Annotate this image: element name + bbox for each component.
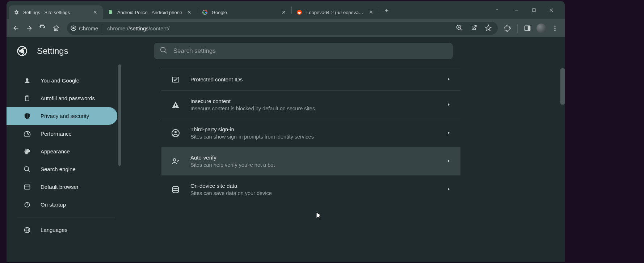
- tab-android-police[interactable]: Android Police - Android phone ✕: [103, 5, 197, 19]
- row-subtitle: Sites can help verify you're not a bot: [190, 162, 437, 168]
- globe-icon: [23, 226, 31, 234]
- svg-line-11: [460, 29, 462, 30]
- reddit-icon: [296, 9, 303, 16]
- svg-rect-7: [533, 9, 535, 12]
- page-scrollbar[interactable]: [560, 68, 565, 105]
- row-auto-verify[interactable]: Auto-verify Sites can help verify you're…: [161, 147, 460, 175]
- tab-google[interactable]: Google ✕: [197, 5, 291, 19]
- sidebar-item-search-engine[interactable]: Search engine: [7, 160, 117, 178]
- browser-icon: [23, 183, 31, 191]
- bookmark-icon[interactable]: [485, 24, 492, 33]
- site-chip[interactable]: Chrome: [69, 24, 102, 33]
- row-title: On-device site data: [190, 183, 437, 189]
- row-on-device-data[interactable]: On-device site data Sites can save data …: [161, 175, 460, 203]
- settings-sidebar: You and Google Autofill and passwords Pr…: [7, 64, 121, 262]
- chevron-right-icon: [447, 158, 451, 165]
- sidebar-separator: [17, 217, 115, 217]
- sidebar-item-label: Languages: [41, 227, 67, 233]
- svg-line-22: [164, 51, 167, 53]
- sidebar-item-appearance[interactable]: Appearance: [7, 143, 117, 160]
- address-bar[interactable]: Chrome chrome://settings/content/: [67, 22, 498, 35]
- sidebar-item-label: On startup: [41, 202, 66, 208]
- row-protected-content[interactable]: Protected content IDs: [161, 68, 460, 90]
- browser-window: Settings - Site settings ✕ Android Polic…: [7, 1, 565, 262]
- tab-settings[interactable]: Settings - Site settings ✕: [9, 5, 103, 19]
- sidebar-item-autofill[interactable]: Autofill and passwords: [7, 89, 117, 107]
- profile-button[interactable]: [535, 22, 547, 34]
- svg-point-16: [554, 26, 555, 27]
- svg-point-23: [26, 78, 29, 81]
- shield-icon: [23, 112, 31, 120]
- chevron-right-icon: [447, 102, 451, 108]
- close-icon[interactable]: ✕: [281, 9, 287, 16]
- row-third-party-signin[interactable]: Third-party sign-in Sites can show sign-…: [161, 119, 460, 147]
- extensions-button[interactable]: [501, 22, 514, 34]
- svg-point-3: [298, 12, 301, 14]
- toolbar-divider: [517, 24, 518, 33]
- warning-icon: [171, 100, 180, 110]
- row-title: Auto-verify: [190, 154, 437, 161]
- sidebar-item-languages[interactable]: Languages: [7, 221, 117, 239]
- tab-strip: Settings - Site settings ✕ Android Polic…: [7, 1, 565, 19]
- speed-icon: [23, 130, 31, 138]
- svg-point-21: [160, 47, 165, 52]
- svg-point-18: [554, 30, 555, 31]
- sidebar-item-privacy[interactable]: Privacy and security: [7, 107, 117, 125]
- chevron-right-icon: [447, 76, 451, 83]
- svg-point-9: [72, 27, 75, 29]
- sidebar-item-label: Performance: [41, 131, 72, 137]
- zoom-icon[interactable]: [456, 24, 463, 33]
- row-title: Protected content IDs: [190, 76, 437, 82]
- reload-button[interactable]: [37, 22, 49, 34]
- chevron-right-icon: [447, 186, 451, 193]
- tab-reddit[interactable]: Leopeva64-2 (u/Leopeva64-2) · ✕: [292, 5, 379, 19]
- settings-page: Settings Search settings You and Google …: [7, 37, 565, 262]
- close-icon[interactable]: ✕: [92, 9, 98, 16]
- svg-rect-39: [175, 104, 176, 106]
- sidebar-item-label: You and Google: [41, 77, 79, 84]
- svg-rect-25: [26, 95, 28, 96]
- forward-button[interactable]: [24, 22, 35, 34]
- svg-rect-6: [515, 10, 518, 10]
- sidebar-item-label: Autofill and passwords: [41, 95, 95, 101]
- menu-button[interactable]: [549, 22, 561, 34]
- back-button[interactable]: [10, 22, 21, 34]
- chrome-logo-icon: [17, 46, 28, 56]
- home-button[interactable]: [51, 22, 62, 34]
- search-placeholder: Search settings: [173, 47, 216, 55]
- svg-rect-0: [109, 12, 112, 14]
- share-icon[interactable]: [470, 24, 477, 33]
- person-icon: [23, 77, 31, 85]
- svg-rect-40: [175, 107, 176, 107]
- tab-title: Google: [212, 10, 277, 15]
- close-window-button[interactable]: [545, 5, 557, 15]
- close-icon[interactable]: ✕: [368, 9, 374, 16]
- sidebar-item-you-and-google[interactable]: You and Google: [7, 72, 117, 89]
- row-insecure-content[interactable]: Insecure content Insecure content is blo…: [161, 90, 460, 119]
- chevron-down-icon[interactable]: [494, 7, 500, 13]
- browser-toolbar: Chrome chrome://settings/content/: [7, 19, 565, 37]
- search-settings-input[interactable]: Search settings: [154, 43, 453, 59]
- gear-icon: [13, 9, 20, 16]
- maximize-button[interactable]: [528, 5, 540, 15]
- page-title: Settings: [37, 46, 68, 56]
- side-panel-button[interactable]: [521, 22, 534, 34]
- sidebar-item-default-browser[interactable]: Default browser: [7, 178, 117, 196]
- ap-icon: [107, 9, 114, 16]
- svg-point-4: [299, 12, 299, 13]
- account-icon: [171, 128, 180, 138]
- new-tab-button[interactable]: ＋: [381, 5, 392, 16]
- clipboard-icon: [23, 94, 31, 102]
- row-subtitle: Sites can save data on your device: [190, 190, 437, 196]
- svg-line-30: [28, 170, 30, 172]
- sidebar-item-label: Appearance: [41, 148, 70, 154]
- sidebar-scrollbar[interactable]: [118, 64, 121, 166]
- close-icon[interactable]: ✕: [186, 9, 193, 16]
- svg-point-44: [173, 186, 178, 188]
- sidebar-item-performance[interactable]: Performance: [7, 125, 117, 143]
- svg-point-26: [25, 150, 26, 151]
- minimize-button[interactable]: [510, 5, 523, 15]
- tab-title: Settings - Site settings: [23, 10, 88, 15]
- sidebar-item-on-startup[interactable]: On startup: [7, 196, 117, 213]
- url-text: chrome://settings/content/: [107, 25, 169, 31]
